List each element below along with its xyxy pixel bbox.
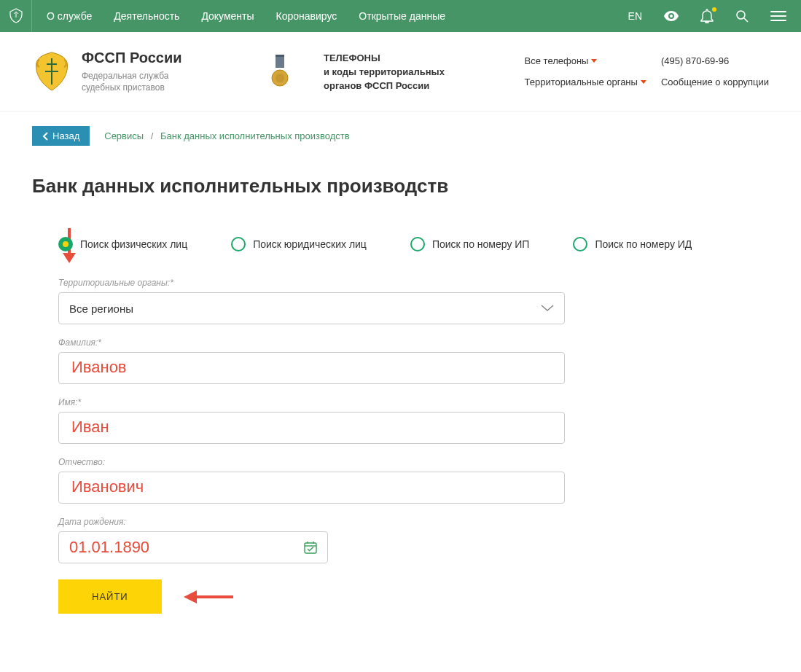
site-title: ФССП России bbox=[82, 50, 191, 66]
radio-label: Поиск по номеру ИП bbox=[432, 238, 530, 250]
eye-icon[interactable] bbox=[664, 11, 679, 21]
radio-label: Поиск по номеру ИД bbox=[595, 238, 692, 250]
territories-dropdown[interactable]: Территориальные органы bbox=[525, 77, 646, 87]
logo-block: ФССП России Федеральная служба судебных … bbox=[32, 50, 236, 93]
calendar-icon bbox=[304, 541, 317, 554]
phones-line3: органов ФССП России bbox=[324, 80, 491, 91]
svg-rect-9 bbox=[305, 543, 316, 553]
nav-about[interactable]: О службе bbox=[47, 10, 92, 22]
breadcrumb-row: Назад Сервисы / Банк данных исполнительн… bbox=[32, 126, 769, 146]
nav-corona[interactable]: Коронавирус bbox=[276, 10, 337, 22]
right-column: (495) 870-69-96 Сообщение о коррупции bbox=[661, 55, 769, 87]
search-icon[interactable] bbox=[735, 9, 749, 23]
lastname-label: Фамилия:* bbox=[58, 337, 769, 348]
bell-icon[interactable] bbox=[700, 9, 714, 23]
crumb-sep: / bbox=[151, 130, 154, 141]
chevron-left-icon bbox=[42, 132, 48, 141]
middlename-label: Отчество: bbox=[58, 457, 769, 467]
territories-label: Территориальные органы bbox=[525, 77, 638, 87]
svg-point-0 bbox=[670, 15, 673, 17]
dob-input[interactable]: 01.01.1890 bbox=[58, 531, 328, 563]
svg-rect-4 bbox=[276, 55, 284, 57]
svg-marker-14 bbox=[184, 590, 197, 603]
phones-line2: и коды территориальных bbox=[324, 66, 491, 77]
dropdowns-column: Все телефоны Территориальные органы bbox=[525, 55, 646, 87]
region-select[interactable]: Все регионы bbox=[58, 292, 565, 324]
notification-dot bbox=[712, 7, 716, 12]
radio-legal[interactable]: Поиск юридических лиц bbox=[231, 237, 367, 251]
nav-activity[interactable]: Деятельность bbox=[114, 10, 179, 22]
middlename-input[interactable] bbox=[58, 472, 565, 504]
all-phones-dropdown[interactable]: Все телефоны bbox=[525, 55, 646, 66]
radio-id[interactable]: Поиск по номеру ИД bbox=[573, 237, 692, 251]
back-button[interactable]: Назад bbox=[32, 126, 90, 146]
breadcrumb: Сервисы / Банк данных исполнительных про… bbox=[104, 130, 349, 141]
top-utils: EN bbox=[628, 9, 786, 23]
nav-opendata[interactable]: Открытые данные bbox=[359, 10, 445, 22]
dob-value: 01.01.1890 bbox=[69, 538, 149, 557]
search-type-radios: Поиск физических лиц Поиск юридических л… bbox=[58, 237, 769, 251]
annotation-arrow-left-icon bbox=[184, 587, 235, 606]
phone-number[interactable]: (495) 870-69-96 bbox=[661, 55, 769, 66]
radio-label: Поиск юридических лиц bbox=[253, 238, 367, 250]
header: ФССП России Федеральная служба судебных … bbox=[0, 32, 801, 112]
firstname-label: Имя:* bbox=[58, 397, 769, 407]
caret-down-icon bbox=[641, 80, 646, 84]
svg-point-6 bbox=[276, 74, 284, 82]
coat-of-arms-icon bbox=[32, 50, 71, 93]
region-label: Территориальные органы:* bbox=[58, 278, 769, 288]
phones-line1: ТЕЛЕФОНЫ bbox=[324, 52, 491, 63]
topnav: О службе Деятельность Документы Коронави… bbox=[47, 10, 445, 22]
radio-ip[interactable]: Поиск по номеру ИП bbox=[410, 237, 530, 251]
caret-down-icon bbox=[591, 59, 597, 63]
firstname-input[interactable] bbox=[58, 412, 565, 444]
submit-row: НАЙТИ bbox=[58, 579, 769, 614]
dob-label: Дата рождения: bbox=[58, 517, 769, 527]
page-title: Банк данных исполнительных производств bbox=[32, 175, 769, 198]
radio-icon bbox=[410, 237, 425, 251]
form: Поиск физических лиц Поиск юридических л… bbox=[32, 237, 769, 614]
nav-docs[interactable]: Документы bbox=[201, 10, 254, 22]
radio-icon bbox=[231, 237, 246, 251]
medal-icon bbox=[251, 55, 309, 88]
svg-point-1 bbox=[737, 11, 745, 19]
lastname-input[interactable] bbox=[58, 352, 565, 384]
svg-marker-8 bbox=[63, 253, 76, 263]
emblem-icon bbox=[0, 0, 32, 32]
back-label: Назад bbox=[52, 130, 79, 141]
menu-icon[interactable] bbox=[770, 11, 786, 21]
crumb-current: Банк данных исполнительных производств bbox=[160, 130, 350, 141]
region-value: Все регионы bbox=[69, 302, 133, 315]
crumb-services[interactable]: Сервисы bbox=[104, 130, 144, 141]
radio-icon bbox=[573, 237, 587, 251]
phones-block[interactable]: ТЕЛЕФОНЫ и коды территориальных органов … bbox=[324, 52, 491, 91]
corruption-link[interactable]: Сообщение о коррупции bbox=[661, 77, 769, 87]
submit-button[interactable]: НАЙТИ bbox=[58, 579, 162, 614]
content: Назад Сервисы / Банк данных исполнительн… bbox=[0, 112, 801, 657]
topbar: О службе Деятельность Документы Коронави… bbox=[0, 0, 801, 32]
radio-label: Поиск физических лиц bbox=[80, 238, 187, 250]
svg-line-2 bbox=[744, 18, 748, 22]
all-phones-label: Все телефоны bbox=[525, 55, 589, 66]
chevron-down-icon bbox=[541, 305, 554, 312]
lang-switch[interactable]: EN bbox=[628, 10, 642, 22]
site-subtitle: Федеральная служба судебных приставов bbox=[82, 71, 191, 93]
